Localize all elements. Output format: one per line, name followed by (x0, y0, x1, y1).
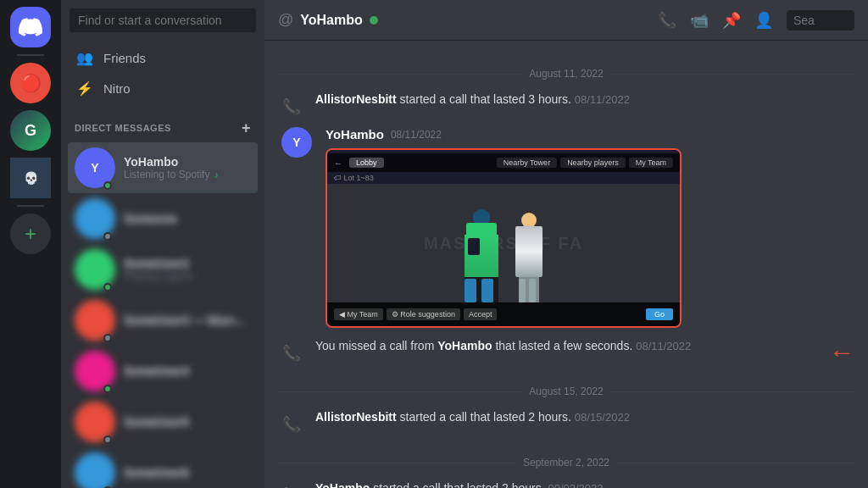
msg4-date: 09/02/2022 (548, 482, 603, 488)
dm-item-7[interactable]: SomeUser6 (68, 447, 258, 488)
call-button[interactable]: 📞 (658, 11, 676, 30)
dm-item-sub-yohambo: Listening to Spotify ♪ (124, 169, 251, 180)
character-2 (515, 213, 542, 302)
date-label-sep2: September 2, 2022 (523, 457, 609, 469)
message-content-3: AllistorNesbitt started a call that last… (315, 409, 854, 426)
messages-area[interactable]: August 11, 2022 📞 AllistorNesbitt starte… (264, 41, 868, 488)
post-avatar: Y (281, 127, 312, 158)
sidebar: 👥 Friends ⚡ Nitro DIRECT MESSAGES + Y Yo… (61, 0, 264, 488)
dm-item-3[interactable]: SomeUser2 Playing a game (68, 244, 258, 295)
search-input[interactable] (70, 8, 256, 32)
msg2-prefix: You missed a call from (315, 339, 437, 352)
dm-header: DIRECT MESSAGES + (61, 107, 264, 139)
post-username: YoHambo (326, 127, 384, 141)
message-row-3: 📞 AllistorNesbitt started a call that la… (278, 408, 854, 440)
sidebar-nav: 👥 Friends ⚡ Nitro (61, 39, 264, 107)
msg3-text: started a call that lasted 2 hours. (397, 410, 575, 424)
dm-item-info-yohambo: YoHambo Listening to Spotify ♪ (124, 155, 251, 180)
dm-item-5[interactable]: SomeUser4 (68, 346, 258, 396)
status-dot-4 (103, 334, 112, 342)
character-1 (465, 209, 498, 302)
game-watermark: MASTERS OF FA (424, 234, 583, 253)
dm-username-2: Someone (124, 212, 251, 225)
icon-bar-divider-2 (17, 205, 44, 207)
dm-item-yohambo[interactable]: Y YoHambo Listening to Spotify ♪ (68, 142, 258, 193)
date-divider-sep2: September 2, 2022 (278, 457, 854, 469)
dm-channel-icon: @ (278, 11, 293, 29)
go-button: Go (646, 308, 673, 320)
search-placeholder-text: Sea (793, 14, 815, 27)
lobby-tab: Lobby (349, 158, 384, 168)
date-label-aug15: August 15, 2022 (529, 385, 603, 397)
pin-button[interactable]: 📌 (722, 11, 741, 30)
status-dot-2 (103, 232, 112, 241)
dm-item-2[interactable]: Someone (68, 193, 258, 244)
msg2-username: YoHambo (437, 339, 492, 352)
avatar-7 (75, 452, 115, 488)
dm-item-4[interactable]: SomeUser3 — blurr... (68, 295, 258, 346)
friends-label: Friends (103, 51, 146, 65)
dm-item-info-2: Someone (124, 212, 251, 225)
msg1-username: AllistorNesbitt (315, 92, 397, 106)
icon-bar-divider (17, 54, 44, 56)
dm-item-6[interactable]: SomeUser5 (68, 396, 258, 447)
chat-header-username: YoHambo (300, 13, 362, 28)
spotify-icon: ♪ (214, 170, 219, 180)
sidebar-item-friends[interactable]: 👥 Friends (68, 42, 258, 73)
date-divider-aug11: August 11, 2022 (278, 68, 854, 80)
status-dot-online (103, 181, 112, 190)
message-row-post: Y YoHambo 08/11/2022 ← Lobby Nearby Towe… (278, 125, 854, 333)
date-divider-aug15: August 15, 2022 (278, 385, 854, 397)
dm-item-info-7: SomeUser6 (124, 466, 251, 480)
missed-call-icon: 📞 (278, 340, 305, 367)
status-dot-3 (103, 283, 112, 291)
call-icon-4: 📞 (278, 482, 305, 488)
new-dm-button[interactable]: + (242, 120, 251, 136)
discord-home-button[interactable] (10, 7, 51, 47)
dm-username-7: SomeUser6 (124, 466, 251, 480)
nearby-tower-tab: Nearby Tower (497, 158, 557, 168)
msg1-date: 08/11/2022 (575, 93, 630, 106)
header-actions: 📞 📹 📌 👤 Sea (658, 10, 854, 30)
msg4-username: YoHambo (315, 481, 370, 488)
server-icon-3[interactable]: 💀 (10, 158, 51, 198)
add-server-button[interactable]: + (10, 214, 51, 254)
dm-item-info-4: SomeUser3 — blurr... (124, 313, 251, 327)
dm-username-4: SomeUser3 — blurr... (124, 313, 251, 327)
message-row-1: 📞 AllistorNesbitt started a call that la… (278, 90, 854, 122)
date-label-aug11: August 11, 2022 (529, 68, 603, 80)
header-online-dot (370, 16, 378, 25)
msg3-date: 08/15/2022 (575, 411, 630, 424)
game-ui-bottom-bar: ◀ My Team ⚙ Role suggestion Accept Go (327, 302, 680, 326)
nitro-icon: ⚡ (76, 80, 93, 97)
my-team-tab: My Team (629, 158, 673, 168)
sidebar-item-nitro[interactable]: ⚡ Nitro (68, 73, 258, 103)
header-search-input[interactable]: Sea (787, 10, 854, 30)
nearby-players-tab: Nearby players (560, 158, 626, 168)
msg3-username: AllistorNesbitt (315, 410, 397, 424)
server-icon-bar: 🔴 G 💀 + (0, 0, 61, 488)
msg4-text: started a call that lasted 2 hours. (370, 481, 548, 488)
message-row-missed: 📞 You missed a call from YoHambo that la… (278, 336, 854, 369)
message-row-4: 📞 YoHambo started a call that lasted 2 h… (278, 479, 854, 488)
status-dot-5 (103, 385, 112, 393)
friends-icon: 👥 (76, 49, 93, 66)
add-friend-button[interactable]: 👤 (754, 11, 773, 30)
game-ui-bar: ← Lobby Nearby Tower Nearby players My T… (327, 153, 680, 172)
status-dot-6 (103, 435, 112, 444)
post-date: 08/11/2022 (391, 129, 442, 141)
server-icon-2[interactable]: G (10, 110, 51, 151)
msg2-date: 08/11/2022 (636, 340, 691, 352)
dm-username-3: SomeUser2 (124, 257, 251, 270)
nitro-label: Nitro (103, 81, 131, 96)
server-icon-1[interactable]: 🔴 (10, 63, 51, 103)
msg1-text: started a call that lasted 3 hours. (397, 92, 575, 106)
call-icon-1: 📞 (278, 93, 305, 120)
video-button[interactable]: 📹 (690, 11, 709, 30)
dm-list: Y YoHambo Listening to Spotify ♪ Someone (61, 139, 264, 488)
message-content-4: YoHambo started a call that lasted 2 hou… (315, 480, 854, 488)
search-bar-container (61, 0, 264, 39)
post-card: ← Lobby Nearby Tower Nearby players My T… (326, 148, 682, 328)
dm-username-6: SomeUser5 (124, 415, 251, 429)
dm-item-info-3: SomeUser2 Playing a game (124, 257, 251, 282)
